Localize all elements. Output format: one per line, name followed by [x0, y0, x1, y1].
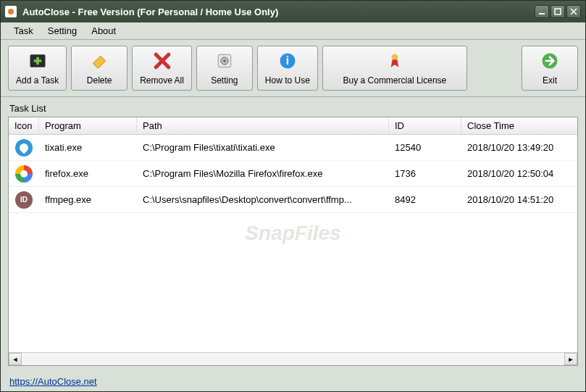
task-list-label: Task List	[8, 100, 578, 117]
cell-close-time: 2018/10/20 13:49:20	[461, 139, 577, 156]
how-to-use-button[interactable]: i How to Use	[257, 46, 318, 91]
cell-id: 1736	[389, 165, 461, 182]
cell-path: C:\Program Files\tixati\tixati.exe	[137, 139, 389, 156]
exit-button[interactable]: Exit	[522, 46, 578, 91]
firefox-app-icon	[15, 165, 33, 183]
cell-path: C:\Users\snapfiles\Desktop\convert\conve…	[137, 191, 389, 208]
header-path[interactable]: Path	[137, 117, 389, 134]
gear-icon	[213, 51, 236, 71]
svg-point-10	[392, 54, 398, 60]
delete-button[interactable]: Delete	[71, 46, 127, 91]
cell-path: C:\Program Files\Mozilla Firefox\firefox…	[137, 165, 389, 182]
setting-label: Setting	[211, 75, 238, 86]
cell-icon: ID	[9, 188, 39, 212]
info-icon: i	[276, 51, 299, 71]
header-close-time[interactable]: Close Time	[461, 117, 577, 134]
task-table: Icon Program Path ID Close Time tixati.e…	[8, 117, 578, 366]
cell-id: 8492	[389, 191, 461, 208]
buy-label: Buy a Commercial License	[343, 75, 447, 86]
scroll-track[interactable]	[22, 353, 564, 365]
plus-icon	[26, 51, 49, 71]
add-task-button[interactable]: Add a Task	[8, 46, 67, 91]
table-header: Icon Program Path ID Close Time	[9, 117, 577, 135]
app-window: AutoClose - Free Version (For Personal /…	[0, 0, 586, 392]
add-task-label: Add a Task	[16, 75, 59, 86]
table-row[interactable]: IDffmpeg.exeC:\Users\snapfiles\Desktop\c…	[9, 187, 577, 213]
minimize-icon	[538, 8, 545, 15]
svg-text:i: i	[286, 54, 289, 67]
app-icon	[5, 6, 17, 17]
close-window-button[interactable]	[566, 5, 581, 18]
table-body: tixati.exeC:\Program Files\tixati\tixati…	[9, 135, 577, 352]
menu-about[interactable]: About	[84, 24, 123, 38]
cell-program: ffmpeg.exe	[39, 191, 137, 208]
tixati-app-icon	[15, 139, 33, 157]
remove-all-label: Remove All	[140, 75, 184, 86]
license-icon	[383, 51, 406, 71]
watermark: SnapFiles	[245, 222, 340, 245]
table-row[interactable]: tixati.exeC:\Program Files\tixati\tixati…	[9, 135, 577, 161]
cell-close-time: 2018/10/20 12:50:04	[461, 165, 577, 182]
maximize-button[interactable]	[551, 5, 565, 18]
maximize-icon	[554, 8, 561, 15]
cell-icon	[9, 162, 39, 185]
table-row[interactable]: firefox.exeC:\Program Files\Mozilla Fire…	[9, 161, 577, 187]
footer: https://AutoClose.net	[1, 372, 585, 391]
exit-icon	[538, 51, 561, 71]
svg-rect-4	[33, 59, 41, 62]
svg-point-7	[223, 59, 226, 62]
header-program[interactable]: Program	[39, 117, 137, 134]
header-id[interactable]: ID	[389, 117, 461, 134]
svg-rect-1	[555, 9, 561, 14]
exit-label: Exit	[543, 75, 557, 86]
ffmpeg-app-icon: ID	[15, 191, 33, 209]
eraser-icon	[88, 51, 111, 71]
menubar: Task Setting About	[1, 22, 585, 40]
cell-program: tixati.exe	[39, 139, 137, 156]
svg-rect-0	[539, 13, 545, 14]
website-link[interactable]: https://AutoClose.net	[9, 376, 97, 387]
menu-setting[interactable]: Setting	[41, 24, 84, 38]
remove-all-button[interactable]: Remove All	[132, 46, 192, 91]
scroll-right-button[interactable]: ►	[564, 353, 577, 365]
cell-id: 12540	[389, 139, 461, 156]
close-icon	[570, 8, 577, 15]
header-icon[interactable]: Icon	[9, 117, 39, 134]
window-title: AutoClose - Free Version (For Personal /…	[22, 7, 533, 17]
cell-close-time: 2018/10/20 14:51:20	[461, 191, 577, 208]
delete-label: Delete	[87, 75, 112, 86]
how-to-label: How to Use	[265, 75, 310, 86]
cell-program: firefox.exe	[39, 165, 137, 182]
cell-icon	[9, 136, 39, 159]
minimize-button[interactable]	[535, 5, 549, 18]
menu-task[interactable]: Task	[7, 24, 41, 38]
buy-license-button[interactable]: Buy a Commercial License	[322, 46, 467, 91]
horizontal-scrollbar[interactable]: ◄ ►	[9, 352, 577, 365]
x-icon	[151, 51, 174, 71]
setting-button[interactable]: Setting	[196, 46, 253, 91]
titlebar: AutoClose - Free Version (For Personal /…	[1, 1, 585, 22]
scroll-left-button[interactable]: ◄	[9, 353, 22, 365]
toolbar: Add a Task Delete Remove All Setting i H…	[1, 40, 585, 97]
content-area: Task List Icon Program Path ID Close Tim…	[1, 97, 585, 372]
